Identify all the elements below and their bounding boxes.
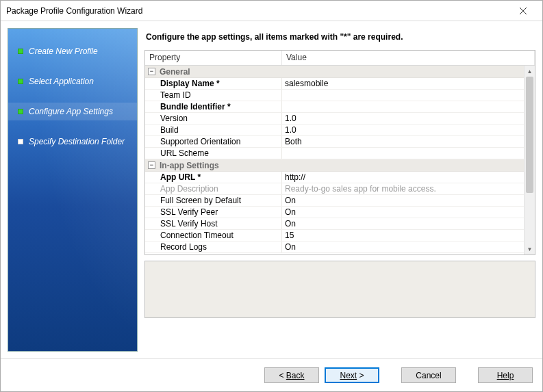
property-label: SSL Verify Host: [145, 218, 282, 229]
property-value[interactable]: Both: [282, 136, 524, 147]
back-button[interactable]: < Back: [264, 367, 319, 383]
step-configure-app-settings[interactable]: Configure App Settings: [8, 103, 137, 120]
description-panel: [144, 261, 535, 318]
vertical-scrollbar[interactable]: ▲ ▼: [524, 66, 535, 254]
property-label: URL Scheme: [145, 148, 282, 159]
step-label: Configure App Settings: [29, 107, 113, 116]
scroll-thumb[interactable]: [526, 77, 533, 193]
property-value[interactable]: salesmobile: [282, 78, 524, 89]
grid-header: Property Value: [145, 51, 535, 66]
property-row[interactable]: SSL Verify PeerOn: [145, 207, 524, 218]
footer: < Back Next > Cancel Help: [1, 358, 542, 391]
property-row[interactable]: Connection Timeout15: [145, 230, 524, 241]
step-select-application[interactable]: Select Application: [8, 73, 137, 90]
scroll-up-button[interactable]: ▲: [525, 66, 535, 77]
property-grid: Property Value −GeneralDisplay Name *sal…: [144, 50, 535, 255]
property-value[interactable]: On: [282, 195, 524, 206]
group-label: General: [160, 67, 190, 77]
property-value[interactable]: [282, 148, 524, 159]
property-label: Display Name *: [145, 78, 282, 89]
group-label: In-app Settings: [160, 161, 219, 170]
property-value[interactable]: On: [282, 218, 524, 229]
property-value[interactable]: 1.0: [282, 113, 524, 124]
property-label: Supported Orientation: [145, 136, 282, 147]
collapse-icon[interactable]: −: [148, 161, 155, 169]
property-label: Bundle Identifier *: [145, 101, 282, 112]
help-button[interactable]: Help: [478, 367, 533, 383]
grid-body: −GeneralDisplay Name *salesmobileTeam ID…: [145, 66, 535, 254]
property-value[interactable]: 1.0: [282, 125, 524, 135]
next-label: Next: [340, 371, 357, 380]
step-label: Specify Destination Folder: [29, 137, 125, 146]
window-title: Package Profile Configuration Wizard: [6, 6, 509, 16]
property-value[interactable]: [282, 90, 524, 101]
instruction-text: Configure the app settings, all items ma…: [144, 28, 535, 50]
property-label: Team ID: [145, 90, 282, 101]
property-row[interactable]: App DescriptionReady-to-go sales app for…: [145, 183, 524, 195]
step-label: Select Application: [29, 77, 94, 86]
property-value[interactable]: 15: [282, 230, 524, 241]
next-button[interactable]: Next >: [325, 367, 379, 383]
property-label: SSL Verify Peer: [145, 207, 282, 218]
main-panel: Configure the app settings, all items ma…: [144, 28, 535, 352]
property-row[interactable]: App URL *http://: [145, 172, 524, 183]
property-row[interactable]: SSL Verify HostOn: [145, 218, 524, 230]
property-label: Full Screen by Default: [145, 195, 282, 206]
property-value[interactable]: On: [282, 241, 524, 252]
back-label: Back: [286, 371, 305, 380]
wizard-window: Package Profile Configuration Wizard Cre…: [0, 0, 543, 392]
titlebar: Package Profile Configuration Wizard: [1, 1, 542, 21]
step-done-icon: [18, 49, 23, 54]
property-row[interactable]: Team ID: [145, 90, 524, 101]
scroll-track[interactable]: [525, 77, 535, 244]
property-row[interactable]: Record LogsOn: [145, 241, 524, 253]
step-done-icon: [18, 79, 23, 84]
property-label: Version: [145, 113, 282, 124]
property-row[interactable]: Version1.0: [145, 113, 524, 125]
property-row[interactable]: Bundle Identifier *: [145, 101, 524, 113]
cancel-button[interactable]: Cancel: [401, 367, 456, 383]
close-icon: [520, 8, 527, 14]
property-label: Connection Timeout: [145, 230, 282, 241]
property-row[interactable]: URL Scheme: [145, 148, 524, 159]
property-label: Record Logs: [145, 241, 282, 252]
property-row[interactable]: Display Name *salesmobile: [145, 78, 524, 90]
property-label: App Description: [145, 183, 282, 194]
help-label: Help: [497, 371, 514, 380]
property-value[interactable]: On: [282, 207, 524, 218]
close-button[interactable]: [509, 1, 537, 21]
collapse-icon[interactable]: −: [148, 68, 155, 75]
body: Create New Profile Select Application Co…: [1, 21, 542, 358]
group-header[interactable]: −General: [145, 66, 524, 78]
property-row[interactable]: Build1.0: [145, 125, 524, 136]
property-value[interactable]: [282, 101, 524, 112]
property-label: App URL *: [145, 172, 282, 183]
column-header-property[interactable]: Property: [145, 51, 282, 65]
property-value[interactable]: Ready-to-go sales app for mobile access.: [282, 183, 524, 194]
wizard-sidebar: Create New Profile Select Application Co…: [8, 28, 138, 352]
property-value[interactable]: http://: [282, 172, 524, 183]
step-create-new-profile[interactable]: Create New Profile: [8, 42, 137, 60]
property-row[interactable]: Supported OrientationBoth: [145, 136, 524, 148]
scroll-down-button[interactable]: ▼: [525, 244, 535, 254]
column-header-value[interactable]: Value: [282, 51, 535, 65]
step-done-icon: [18, 109, 23, 114]
step-label: Create New Profile: [29, 47, 98, 56]
property-label: Build: [145, 125, 282, 135]
step-pending-icon: [18, 139, 23, 144]
property-row[interactable]: Full Screen by DefaultOn: [145, 195, 524, 207]
group-header[interactable]: −In-app Settings: [145, 159, 524, 172]
step-specify-destination-folder[interactable]: Specify Destination Folder: [8, 133, 137, 151]
